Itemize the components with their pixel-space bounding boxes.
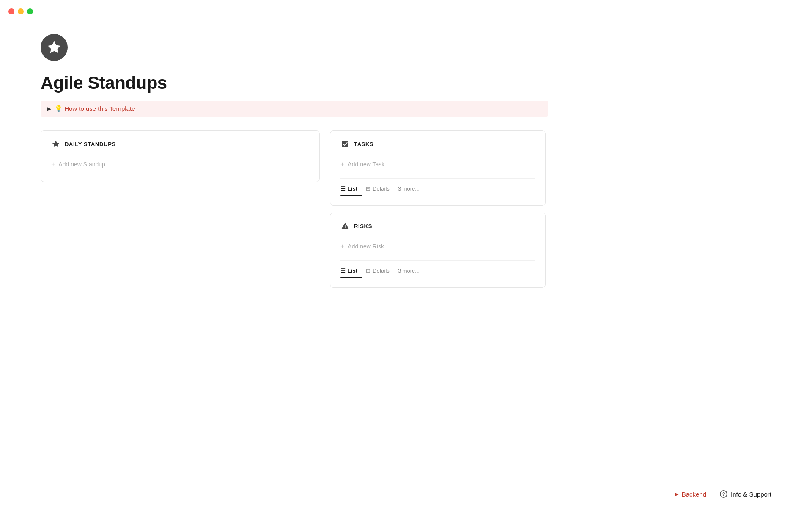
risks-list-label: List (348, 268, 357, 274)
tasks-icon (340, 139, 350, 149)
tasks-details-tab[interactable]: ⊞ Details (366, 184, 395, 195)
maximize-button[interactable] (27, 8, 33, 14)
tasks-list-icon: ☰ (340, 185, 346, 192)
warning-icon (341, 222, 349, 230)
daily-standups-header: DAILY STANDUPS (51, 139, 309, 149)
page-title: Agile Standups (41, 73, 551, 93)
tasks-view-tabs: ☰ List ⊞ Details 3 more... (340, 178, 535, 195)
tasks-list-label: List (348, 185, 357, 192)
risks-card: RISKS + Add new Risk ☰ List ⊞ Details 3 (330, 213, 546, 288)
add-new-standup-row[interactable]: + Add new Standup (51, 157, 309, 171)
backend-label: Backend (682, 491, 706, 498)
add-task-plus-icon: + (340, 160, 344, 168)
question-mark-icon: ? (720, 490, 727, 498)
risks-more-views[interactable]: 3 more... (398, 266, 420, 277)
tasks-list-tab[interactable]: ☰ List (340, 184, 362, 195)
tasks-card: TASKS + Add new Task ☰ List ⊞ Details 3 (330, 130, 546, 206)
add-new-task-label: Add new Task (348, 161, 384, 168)
daily-standups-card: DAILY STANDUPS + Add new Standup (41, 130, 320, 182)
risks-details-label: Details (373, 268, 390, 274)
template-hint-row[interactable]: ▶ 💡 How to use this Template (41, 101, 548, 117)
add-new-risk-label: Add new Risk (348, 243, 384, 250)
risks-view-tabs: ☰ List ⊞ Details 3 more... (340, 260, 535, 277)
add-standup-plus-icon: + (51, 160, 55, 168)
tasks-header: TASKS (340, 139, 535, 149)
footer: ▶ Backend ? Info & Support (0, 480, 812, 508)
add-risk-plus-icon: + (340, 243, 344, 250)
template-hint-arrow-icon: ▶ (47, 106, 51, 112)
checkbox-icon (341, 140, 349, 148)
main-content: Agile Standups ▶ 💡 How to use this Templ… (0, 0, 592, 313)
risks-details-tab[interactable]: ⊞ Details (366, 266, 395, 277)
page-icon (41, 34, 68, 61)
right-column: TASKS + Add new Task ☰ List ⊞ Details 3 (330, 130, 546, 288)
risks-list-icon: ☰ (340, 268, 346, 274)
daily-standups-db-card: DAILY STANDUPS + Add new Standup (41, 130, 320, 182)
daily-standups-icon (51, 139, 60, 149)
tasks-details-label: Details (373, 185, 390, 192)
close-button[interactable] (8, 8, 14, 14)
add-new-task-row[interactable]: + Add new Task (340, 157, 535, 171)
risks-header: RISKS (340, 221, 535, 231)
risks-icon (340, 221, 350, 231)
risks-list-tab[interactable]: ☰ List (340, 266, 362, 277)
tasks-title: TASKS (354, 141, 373, 147)
traffic-lights (8, 8, 33, 14)
tasks-details-icon: ⊞ (366, 185, 370, 192)
backend-link[interactable]: ▶ Backend (675, 491, 706, 498)
template-hint-text: 💡 How to use this Template (55, 105, 135, 113)
backend-arrow-icon: ▶ (675, 491, 678, 497)
star-db-icon (52, 140, 60, 148)
risks-details-icon: ⊞ (366, 268, 370, 274)
add-new-risk-row[interactable]: + Add new Risk (340, 239, 535, 254)
cards-grid: DAILY STANDUPS + Add new Standup (41, 130, 551, 288)
daily-standups-title: DAILY STANDUPS (65, 141, 116, 147)
tasks-more-views[interactable]: 3 more... (398, 184, 420, 195)
star-icon (47, 40, 62, 55)
info-support-label: Info & Support (731, 491, 771, 498)
minimize-button[interactable] (18, 8, 24, 14)
info-support-link[interactable]: ? Info & Support (720, 490, 771, 498)
add-new-standup-label: Add new Standup (58, 161, 105, 168)
risks-title: RISKS (354, 223, 372, 229)
